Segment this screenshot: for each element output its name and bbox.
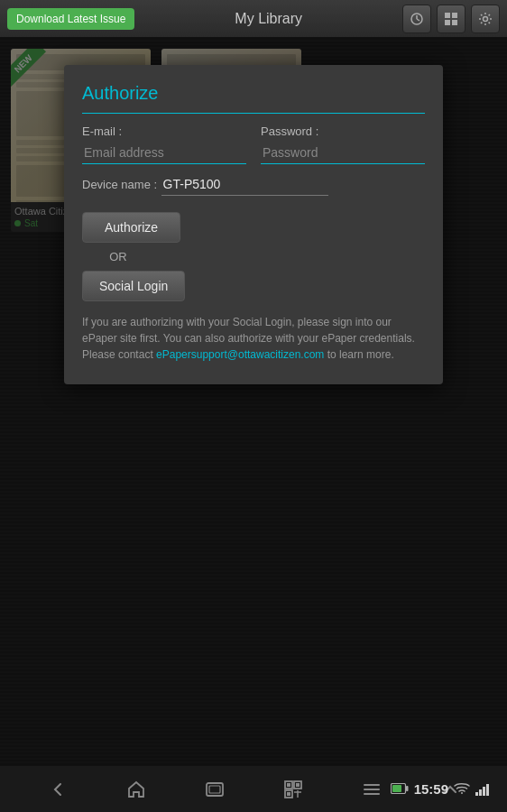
- svg-rect-3: [445, 13, 450, 18]
- back-button[interactable]: [40, 771, 76, 807]
- device-input[interactable]: [161, 173, 328, 196]
- settings-icon-button[interactable]: [471, 5, 500, 33]
- svg-rect-22: [406, 786, 409, 791]
- email-label: E-mail :: [82, 125, 246, 138]
- svg-rect-15: [287, 792, 290, 796]
- svg-line-2: [417, 19, 419, 21]
- svg-point-24: [461, 792, 463, 794]
- bottom-bar: 15:59: [0, 765, 507, 812]
- email-password-row: E-mail : Password :: [82, 125, 425, 164]
- device-label: Device name :: [82, 178, 157, 191]
- download-latest-button[interactable]: Download Latest Issue: [7, 8, 134, 30]
- password-input[interactable]: [261, 142, 425, 164]
- or-divider: OR: [82, 250, 154, 263]
- wifi-icon: [454, 781, 470, 797]
- signal-bars-icon: [475, 783, 489, 796]
- svg-point-7: [484, 16, 488, 21]
- svg-rect-6: [452, 20, 457, 25]
- authorize-button[interactable]: Authorize: [82, 212, 180, 243]
- top-icons: [402, 5, 500, 33]
- svg-rect-19: [364, 789, 380, 790]
- modal-title: Authorize: [82, 83, 425, 114]
- modal-overlay: Authorize E-mail : Password : Device nam…: [0, 38, 507, 765]
- svg-rect-20: [364, 793, 380, 795]
- recent-apps-button[interactable]: [197, 771, 233, 807]
- device-row: Device name :: [82, 173, 425, 196]
- info-text: If you are authorizing with your Social …: [82, 314, 425, 363]
- grid-icon-button[interactable]: [437, 5, 466, 33]
- svg-rect-9: [209, 786, 220, 793]
- page-title: My Library: [134, 11, 402, 27]
- svg-rect-4: [452, 13, 457, 18]
- menu-button[interactable]: [354, 771, 390, 807]
- email-group: E-mail :: [82, 125, 246, 164]
- status-bar: 15:59: [391, 781, 489, 797]
- svg-rect-14: [296, 783, 300, 787]
- home-button[interactable]: [118, 771, 154, 807]
- content-area: NEW Ottawa Citizen Weekend Sample Sat: [0, 38, 507, 765]
- password-label: Password :: [261, 125, 425, 138]
- svg-rect-5: [445, 20, 450, 25]
- svg-rect-23: [392, 785, 401, 792]
- qr-scan-button[interactable]: [275, 771, 311, 807]
- time-display: 15:59: [414, 781, 448, 797]
- history-icon-button[interactable]: [402, 5, 431, 33]
- social-login-button[interactable]: Social Login: [82, 271, 185, 301]
- svg-rect-13: [287, 783, 290, 787]
- email-input[interactable]: [82, 142, 246, 164]
- support-email-link[interactable]: ePapersupport@ottawacitizen.com: [156, 348, 324, 361]
- authorize-modal: Authorize E-mail : Password : Device nam…: [64, 65, 443, 384]
- password-group: Password :: [261, 125, 425, 164]
- svg-rect-18: [364, 784, 380, 786]
- battery-icon: [391, 782, 409, 797]
- top-bar: Download Latest Issue My Library: [0, 0, 507, 38]
